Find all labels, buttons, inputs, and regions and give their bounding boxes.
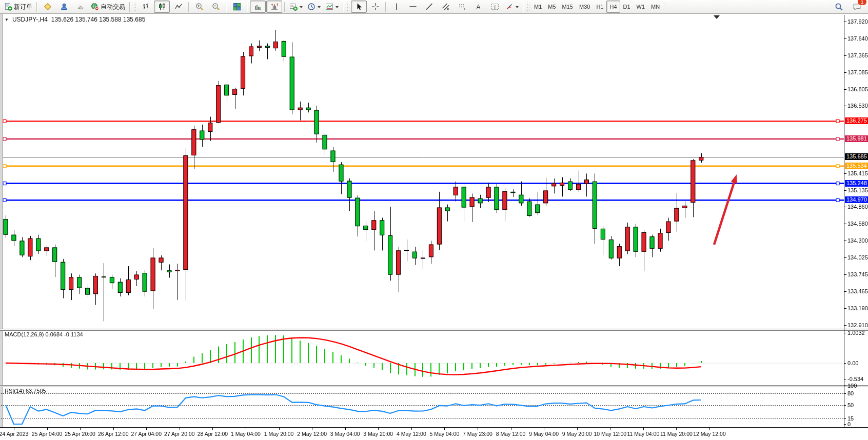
- notification-badge: 1: [857, 0, 867, 6]
- gold-diamond-icon: [44, 3, 52, 11]
- new-order-label: 新订单: [14, 3, 32, 11]
- vertical-line-tool-button[interactable]: [388, 1, 404, 13]
- arrows-icon: [505, 3, 514, 11]
- fibonacci-tool-button[interactable]: F: [454, 1, 470, 13]
- text-label-icon: T: [491, 3, 499, 11]
- horizontal-line-icon: [409, 3, 417, 11]
- periods-button[interactable]: [305, 1, 323, 13]
- tile-windows-icon: [233, 3, 241, 11]
- line-chart-icon: [174, 3, 183, 11]
- arrows-caret: [516, 6, 519, 10]
- vertical-line-icon: [392, 3, 401, 11]
- timeframe-w1-button[interactable]: W1: [634, 1, 648, 13]
- svg-text:E: E: [447, 8, 449, 11]
- trendline-tool-button[interactable]: [421, 1, 437, 13]
- timeframe-d1-button[interactable]: D1: [620, 1, 634, 13]
- zoom-out-button[interactable]: [208, 1, 224, 13]
- fibonacci-icon: F: [458, 3, 466, 11]
- bar-chart-mode-button[interactable]: [137, 1, 153, 13]
- cursor-tool-button[interactable]: [351, 1, 367, 13]
- timeframe-m30-button[interactable]: M30: [576, 1, 593, 13]
- svg-text:F: F: [463, 8, 465, 11]
- text-label-tool-button[interactable]: T: [487, 1, 503, 13]
- template-icon: [325, 3, 333, 11]
- timeframe-m5-button[interactable]: M5: [545, 1, 559, 13]
- auto-trading-button[interactable]: 自动交易: [89, 1, 127, 13]
- arrows-tool-button[interactable]: [503, 1, 521, 13]
- trendline-icon: [425, 3, 433, 11]
- cursor-icon: [355, 3, 363, 11]
- crosshair-icon: [371, 3, 380, 11]
- signals-button[interactable]: [72, 1, 88, 13]
- channel-tool-button[interactable]: E: [438, 1, 453, 13]
- chart-canvas[interactable]: [0, 0, 868, 440]
- search-icon: [835, 3, 843, 11]
- text-tool-button[interactable]: A: [470, 1, 486, 13]
- main-toolbar: 新订单 自动交易: [0, 0, 868, 14]
- signal-icon: [76, 3, 85, 11]
- crosshair-tool-button[interactable]: [367, 1, 383, 13]
- chart-shift-button[interactable]: [266, 1, 282, 13]
- zoom-in-button[interactable]: [191, 1, 207, 13]
- auto-trading-label: 自动交易: [101, 3, 125, 11]
- community-user-icon: [60, 3, 68, 11]
- tile-windows-button[interactable]: [229, 1, 245, 13]
- timeframe-m1-button[interactable]: M1: [531, 1, 545, 13]
- new-chart-caret: [300, 6, 303, 10]
- candlestick-mode-button[interactable]: [154, 1, 170, 13]
- timeframe-m15-button[interactable]: M15: [559, 1, 576, 13]
- search-button[interactable]: [831, 1, 847, 13]
- timeframe-h4-button[interactable]: H4: [606, 1, 620, 13]
- templates-caret: [336, 6, 339, 10]
- periods-caret: [318, 6, 321, 10]
- zoom-out-icon: [212, 3, 220, 11]
- new-chart-icon: [289, 3, 298, 11]
- community-button[interactable]: [56, 1, 72, 13]
- clock-icon: [307, 3, 315, 11]
- candlestick-icon: [158, 3, 166, 11]
- line-chart-mode-button[interactable]: [170, 1, 186, 13]
- timeframe-mn-button[interactable]: MN: [648, 1, 663, 13]
- market-watch-button[interactable]: [40, 1, 55, 13]
- svg-text:T: T: [494, 5, 497, 10]
- svg-text:A: A: [476, 4, 480, 11]
- zoom-in-icon: [195, 3, 204, 11]
- auto-scroll-icon: [254, 3, 262, 11]
- new-order-icon: [4, 3, 12, 11]
- text-a-icon: A: [475, 3, 483, 11]
- equidistant-channel-icon: E: [442, 3, 450, 11]
- mt4-window: { "toolbar": { "new_order_label": "新订单",…: [0, 0, 868, 440]
- horizontal-line-tool-button[interactable]: [405, 1, 421, 13]
- auto-trading-globe-icon: [91, 3, 99, 11]
- notifications-button[interactable]: 1: [849, 1, 865, 13]
- timeframe-group: M1M5M15M30H1H4D1W1MN: [531, 1, 663, 13]
- auto-scroll-button[interactable]: [250, 1, 266, 13]
- new-chart-button[interactable]: [287, 1, 305, 13]
- bar-chart-icon: [142, 3, 150, 11]
- timeframe-h1-button[interactable]: H1: [593, 1, 606, 13]
- new-order-button[interactable]: 新订单: [2, 1, 34, 13]
- templates-button[interactable]: [323, 1, 341, 13]
- chart-shift-icon: [270, 3, 279, 11]
